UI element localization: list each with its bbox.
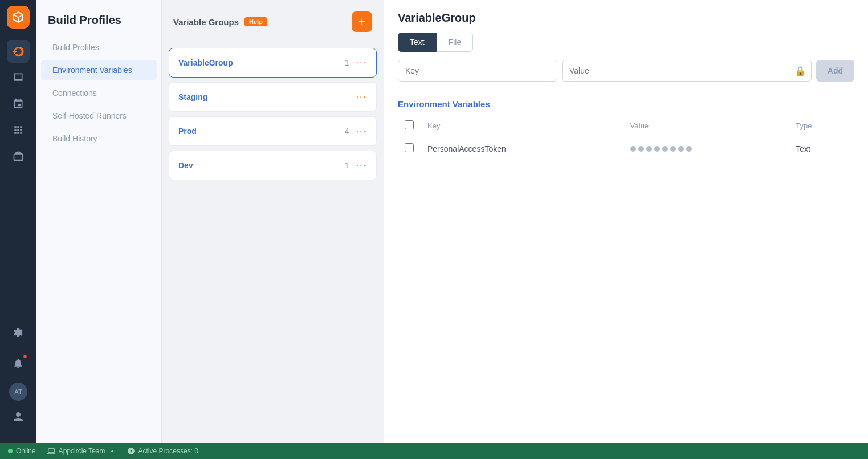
vg-item-right: 1 ··· <box>345 160 367 170</box>
vg-item-name: Dev <box>178 161 193 170</box>
dot <box>630 146 636 152</box>
vg-item-count: 1 <box>345 58 349 67</box>
value-input-wrap: 🔒 <box>562 60 812 82</box>
process-icon <box>127 447 135 455</box>
dot <box>686 146 692 152</box>
list-item[interactable]: Staging ··· <box>169 82 377 112</box>
online-dot <box>8 449 13 453</box>
build-icon <box>13 46 24 57</box>
tab-file[interactable]: File <box>437 33 474 52</box>
dot <box>646 146 652 152</box>
vg-panel-header: Variable Groups Help <box>162 0 384 43</box>
th-type: Type <box>789 116 854 136</box>
vg-item-menu-button[interactable]: ··· <box>356 58 367 68</box>
dot <box>670 146 676 152</box>
detail-title: VariableGroup <box>384 0 868 25</box>
row-type-cell: Text <box>789 136 854 161</box>
dot <box>654 146 660 152</box>
tab-text[interactable]: Text <box>398 33 437 52</box>
nav-item-connections[interactable]: Connections <box>41 83 157 103</box>
monitor-icon <box>13 72 24 83</box>
row-select-checkbox[interactable] <box>405 143 414 152</box>
vg-item-right: 1 ··· <box>345 58 367 68</box>
user-initials-avatar[interactable]: AT <box>9 383 27 401</box>
list-item[interactable]: VariableGroup 1 ··· <box>169 48 377 78</box>
plus-icon <box>357 17 367 27</box>
computer-icon <box>47 447 55 455</box>
chevron-up-icon <box>109 448 116 454</box>
vg-item-name: Staging <box>178 92 207 101</box>
vg-item-menu-button[interactable]: ··· <box>356 92 367 102</box>
table-row: PersonalAccessToken <box>398 136 854 161</box>
dot <box>662 146 668 152</box>
env-section-title: Environment Variables <box>398 99 854 109</box>
online-label: Online <box>16 447 36 455</box>
nav-item-environment-variables[interactable]: Environment Variables <box>41 60 157 80</box>
list-item[interactable]: Dev 1 ··· <box>169 151 377 180</box>
app-logo[interactable] <box>7 6 30 29</box>
sidebar-item-modules[interactable] <box>7 119 30 141</box>
row-value-cell <box>624 136 789 161</box>
help-badge[interactable]: Help <box>244 17 267 26</box>
vg-item-count: 1 <box>345 161 349 170</box>
nav-item-self-hosted-runners[interactable]: Self-Hosted Runners <box>41 105 157 126</box>
add-variable-group-button[interactable] <box>352 11 372 32</box>
vg-item-count: 4 <box>345 127 349 136</box>
status-team: Appcircle Team <box>47 447 116 455</box>
variable-groups-panel: Variable Groups Help VariableGroup 1 ···… <box>162 0 384 443</box>
modules-icon <box>13 124 24 136</box>
sidebar-item-notifications[interactable] <box>7 352 30 375</box>
status-bar: Online Appcircle Team Active Processes: … <box>0 443 868 459</box>
lock-icon[interactable]: 🔒 <box>794 66 806 76</box>
sidebar-item-monitor[interactable] <box>7 66 30 89</box>
notification-badge <box>23 354 27 359</box>
briefcase-icon <box>13 151 24 162</box>
vg-item-right: 4 ··· <box>345 126 367 136</box>
status-online: Online <box>8 447 36 455</box>
row-key-cell: PersonalAccessToken <box>421 136 624 161</box>
key-input[interactable] <box>398 60 557 82</box>
nav-item-build-history[interactable]: Build History <box>41 128 157 149</box>
logo-icon <box>11 10 25 24</box>
env-variables-section: Environment Variables Key Value Type <box>384 90 868 170</box>
icon-sidebar: AT <box>0 0 36 443</box>
th-value: Value <box>624 116 789 136</box>
vg-item-name: VariableGroup <box>178 58 233 67</box>
vg-item-menu-button[interactable]: ··· <box>356 160 367 170</box>
sidebar-item-settings[interactable] <box>7 321 30 344</box>
vg-panel-header-left: Variable Groups Help <box>173 17 267 27</box>
user-profile-icon[interactable] <box>7 405 30 428</box>
main-content: VariableGroup Text File 🔒 Add Environmen… <box>384 0 868 443</box>
th-key: Key <box>421 116 624 136</box>
row-checkbox-cell <box>398 136 421 161</box>
vg-item-name: Prod <box>178 127 197 136</box>
integrations-icon <box>13 98 24 109</box>
list-item[interactable]: Prod 4 ··· <box>169 116 377 146</box>
vg-item-menu-button[interactable]: ··· <box>356 126 367 136</box>
tab-bar: Text File <box>384 25 868 52</box>
nav-sidebar-title: Build Profiles <box>36 0 161 36</box>
variable-input-row: 🔒 Add <box>384 52 868 90</box>
settings-icon <box>13 327 24 338</box>
nav-item-build-profiles[interactable]: Build Profiles <box>41 37 157 58</box>
sidebar-item-build[interactable] <box>7 40 30 63</box>
status-processes: Active Processes: 0 <box>127 447 198 455</box>
sidebar-item-integrations[interactable] <box>7 92 30 115</box>
user-initials-text: AT <box>14 388 22 395</box>
sidebar-item-briefcase[interactable] <box>7 145 30 168</box>
user-icon <box>13 411 24 423</box>
vg-panel-title: Variable Groups <box>173 17 239 27</box>
select-all-checkbox[interactable] <box>405 120 414 129</box>
notifications-icon <box>13 358 24 369</box>
variable-groups-list: VariableGroup 1 ··· Staging ··· Prod 4 <box>162 43 384 185</box>
value-input[interactable] <box>562 60 812 82</box>
dot <box>638 146 644 152</box>
masked-value <box>630 146 782 152</box>
env-variables-table: Key Value Type PersonalAccessToken <box>398 116 854 161</box>
vg-item-right: ··· <box>349 92 367 102</box>
team-label: Appcircle Team <box>59 447 105 455</box>
table-header-row: Key Value Type <box>398 116 854 136</box>
processes-label: Active Processes: 0 <box>138 447 198 455</box>
add-variable-button[interactable]: Add <box>816 60 854 82</box>
th-checkbox <box>398 116 421 136</box>
